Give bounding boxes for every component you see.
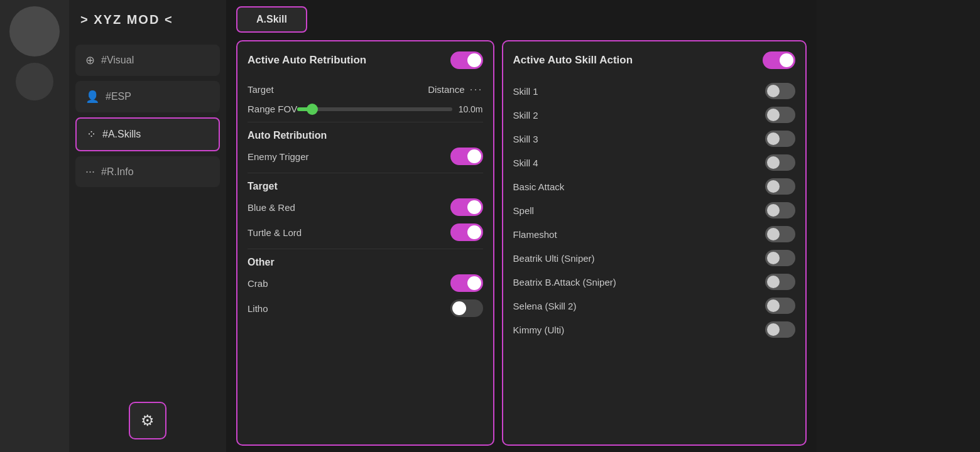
crab-row: Crab (248, 271, 483, 296)
sidebar-item-askills[interactable]: ⁘ #A.Skills (75, 117, 220, 151)
flameshot-row: Flameshot (513, 222, 795, 246)
skill1-label: Skill 1 (513, 86, 538, 97)
auto-retribution-section: Auto Retribution (248, 130, 483, 141)
left-blur-panel (0, 0, 69, 452)
blue-red-row: Blue & Red (248, 195, 483, 220)
skill1-toggle[interactable] (765, 83, 795, 99)
right-panel-header: Active Auto Skill Action (513, 51, 795, 69)
auto-skill-action-toggle[interactable] (763, 51, 795, 69)
basic-attack-toggle[interactable] (765, 178, 795, 195)
selena-skill2-toggle[interactable] (765, 298, 795, 314)
range-fov-label: Range FOV (248, 104, 297, 114)
blur-circle-1 (9, 6, 60, 56)
skill4-row: Skill 4 (513, 151, 795, 175)
target-label: Target (248, 84, 274, 95)
skill2-toggle[interactable] (765, 107, 795, 123)
selena-skill2-row: Selena (Skill 2) (513, 294, 795, 318)
litho-toggle[interactable] (450, 299, 483, 317)
target-options-icon[interactable]: ··· (470, 83, 483, 96)
kimmy-ulti-label: Kimmy (Ulti) (513, 325, 565, 335)
enemy-trigger-toggle[interactable] (450, 148, 483, 165)
skill3-label: Skill 3 (513, 134, 538, 144)
target-section-header: Target (248, 181, 483, 192)
settings-button[interactable]: ⚙ (129, 402, 166, 439)
skill1-row: Skill 1 (513, 79, 795, 103)
rinfo-icon: ··· (85, 165, 95, 178)
auto-retribution-toggle[interactable] (450, 51, 483, 69)
turtle-lord-row: Turtle & Lord (248, 220, 483, 245)
basic-attack-row: Basic Attack (513, 175, 795, 198)
left-panel: Active Auto Retribution Target Distance … (236, 40, 494, 446)
range-fov-thumb[interactable] (307, 104, 318, 115)
litho-label: Litho (248, 303, 268, 314)
sidebar-item-visual[interactable]: ⊕ #Visual (75, 45, 220, 76)
range-fov-value: 10.0m (459, 104, 483, 114)
app-title: > XYZ MOD < (75, 6, 220, 40)
sidebar-item-esp[interactable]: 👤 #ESP (75, 81, 220, 112)
enemy-trigger-label: Enemy Trigger (248, 151, 309, 162)
beatrik-ulti-toggle[interactable] (765, 250, 795, 266)
spell-toggle[interactable] (765, 202, 795, 218)
target-value: Distance (428, 84, 464, 95)
tab-askill[interactable]: A.Skill (236, 6, 307, 33)
blue-red-label: Blue & Red (248, 202, 295, 213)
main-content: A.Skill Active Auto Retribution Target D… (226, 0, 817, 452)
target-value-container: Distance ··· (428, 83, 482, 96)
sidebar-item-rinfo-label: #R.Info (101, 166, 134, 178)
skill2-row: Skill 2 (513, 103, 795, 127)
sidebar-item-esp-label: #ESP (106, 91, 131, 102)
left-panel-title: Active Auto Retribution (248, 54, 366, 67)
right-panel: Active Auto Skill Action Skill 1 Skill 2… (502, 40, 807, 446)
target-row: Target Distance ··· (248, 79, 483, 100)
right-panel-title: Active Auto Skill Action (513, 54, 633, 67)
litho-row: Litho (248, 296, 483, 321)
flameshot-label: Flameshot (513, 229, 557, 240)
esp-icon: 👤 (85, 90, 99, 104)
beatrik-ulti-label: Beatrik Ulti (Sniper) (513, 253, 595, 264)
blue-red-toggle[interactable] (450, 198, 483, 216)
flameshot-toggle[interactable] (765, 226, 795, 242)
enemy-trigger-row: Enemy Trigger (248, 144, 483, 169)
left-panel-header: Active Auto Retribution (248, 51, 483, 69)
beatrix-battack-label: Beatrix B.Attack (Sniper) (513, 277, 616, 288)
skill3-toggle[interactable] (765, 131, 795, 147)
kimmy-ulti-row: Kimmy (Ulti) (513, 318, 795, 342)
basic-attack-label: Basic Attack (513, 181, 565, 192)
selena-skill2-label: Selena (Skill 2) (513, 301, 577, 311)
range-fov-row: Range FOV 10.0m (248, 100, 483, 118)
range-fov-track[interactable] (297, 107, 452, 111)
turtle-lord-label: Turtle & Lord (248, 227, 302, 238)
skill3-row: Skill 3 (513, 127, 795, 151)
askills-icon: ⁘ (87, 127, 96, 141)
skill2-label: Skill 2 (513, 110, 538, 121)
sidebar-item-rinfo[interactable]: ··· #R.Info (75, 156, 220, 187)
skill4-label: Skill 4 (513, 158, 538, 168)
right-edge-area (817, 0, 980, 452)
other-section-header: Other (248, 257, 483, 268)
visual-icon: ⊕ (85, 53, 95, 67)
turtle-lord-toggle[interactable] (450, 223, 483, 241)
range-fov-slider-container: 10.0m (297, 104, 482, 114)
tab-bar: A.Skill (236, 6, 807, 33)
beatrix-battack-toggle[interactable] (765, 274, 795, 290)
skill4-toggle[interactable] (765, 154, 795, 171)
spell-label: Spell (513, 205, 534, 216)
crab-toggle[interactable] (450, 274, 483, 292)
kimmy-ulti-toggle[interactable] (765, 321, 795, 338)
blur-circle-2 (16, 63, 53, 100)
sidebar-item-visual-label: #Visual (101, 55, 134, 66)
settings-icon: ⚙ (141, 412, 155, 429)
sidebar-item-askills-label: #A.Skills (102, 129, 141, 140)
spell-row: Spell (513, 198, 795, 222)
beatrik-ulti-row: Beatrik Ulti (Sniper) (513, 246, 795, 270)
sidebar: > XYZ MOD < ⊕ #Visual 👤 #ESP ⁘ #A.Skills… (69, 0, 226, 452)
crab-label: Crab (248, 278, 268, 289)
panels-container: Active Auto Retribution Target Distance … (236, 40, 807, 446)
beatrix-battack-row: Beatrix B.Attack (Sniper) (513, 270, 795, 294)
